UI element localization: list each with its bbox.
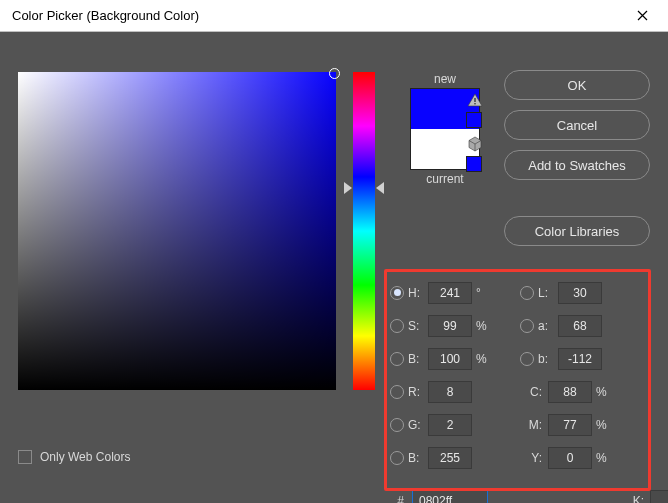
hue-slider[interactable]: [353, 72, 375, 390]
hex-input[interactable]: [412, 490, 488, 503]
k-input[interactable]: [650, 490, 668, 503]
y-input[interactable]: [548, 447, 592, 469]
radio-r[interactable]: [390, 385, 404, 399]
new-label: new: [390, 72, 500, 86]
ok-button[interactable]: OK: [504, 70, 650, 100]
s-unit: %: [472, 319, 488, 333]
g-label: G:: [408, 418, 428, 432]
h-unit: °: [472, 286, 488, 300]
y-label: Y:: [520, 451, 542, 465]
dialog-body: new current OK Cancel Add to Swatches Co…: [0, 32, 668, 503]
b-hsb-label: B:: [408, 352, 428, 366]
hex-label: #: [380, 494, 404, 503]
g-input[interactable]: [428, 414, 472, 436]
radio-g[interactable]: [390, 418, 404, 432]
l-label: L:: [538, 286, 558, 300]
c-label: C:: [520, 385, 542, 399]
r-input[interactable]: [428, 381, 472, 403]
y-unit: %: [592, 451, 608, 465]
a-input[interactable]: [558, 315, 602, 337]
radio-b-hsb[interactable]: [390, 352, 404, 366]
only-web-colors: Only Web Colors: [18, 450, 130, 464]
close-icon: [637, 10, 648, 21]
add-to-swatches-button[interactable]: Add to Swatches: [504, 150, 650, 180]
color-libraries-button[interactable]: Color Libraries: [504, 216, 650, 246]
websafe-warning-icon[interactable]: [466, 136, 484, 152]
button-column: OK Cancel Add to Swatches Color Librarie…: [504, 70, 650, 246]
cancel-button[interactable]: Cancel: [504, 110, 650, 140]
l-input[interactable]: [558, 282, 602, 304]
radio-b-lab[interactable]: [520, 352, 534, 366]
k-label: K:: [622, 494, 644, 503]
b-lab-label: b:: [538, 352, 558, 366]
h-input[interactable]: [428, 282, 472, 304]
titlebar: Color Picker (Background Color): [0, 0, 668, 32]
radio-b-rgb[interactable]: [390, 451, 404, 465]
b-rgb-label: B:: [408, 451, 428, 465]
hex-row: # K: %: [380, 490, 668, 503]
a-label: a:: [538, 319, 558, 333]
radio-a[interactable]: [520, 319, 534, 333]
only-web-colors-label: Only Web Colors: [40, 450, 130, 464]
c-unit: %: [592, 385, 608, 399]
r-label: R:: [408, 385, 428, 399]
svg-rect-1: [474, 103, 475, 104]
gamut-closest-swatch[interactable]: [466, 112, 482, 128]
s-label: S:: [408, 319, 428, 333]
radio-l[interactable]: [520, 286, 534, 300]
color-value-inputs: H: ° L: S: % a:: [390, 279, 652, 477]
b-hsb-unit: %: [472, 352, 488, 366]
radio-s[interactable]: [390, 319, 404, 333]
radio-h[interactable]: [390, 286, 404, 300]
b-lab-input[interactable]: [558, 348, 602, 370]
svg-rect-0: [474, 98, 475, 102]
b-rgb-input[interactable]: [428, 447, 472, 469]
gamut-warning-icon[interactable]: [466, 92, 484, 108]
c-input[interactable]: [548, 381, 592, 403]
hue-slider-handle-right[interactable]: [376, 182, 384, 194]
websafe-closest-swatch[interactable]: [466, 156, 482, 172]
only-web-colors-checkbox[interactable]: [18, 450, 32, 464]
b-hsb-input[interactable]: [428, 348, 472, 370]
m-unit: %: [592, 418, 608, 432]
window-title: Color Picker (Background Color): [12, 8, 620, 23]
h-label: H:: [408, 286, 428, 300]
m-input[interactable]: [548, 414, 592, 436]
close-button[interactable]: [620, 1, 664, 31]
s-input[interactable]: [428, 315, 472, 337]
color-field-cursor: [329, 68, 340, 79]
warning-stack: [466, 92, 488, 180]
hue-slider-handle-left[interactable]: [344, 182, 352, 194]
color-field[interactable]: [18, 72, 336, 390]
m-label: M:: [520, 418, 542, 432]
